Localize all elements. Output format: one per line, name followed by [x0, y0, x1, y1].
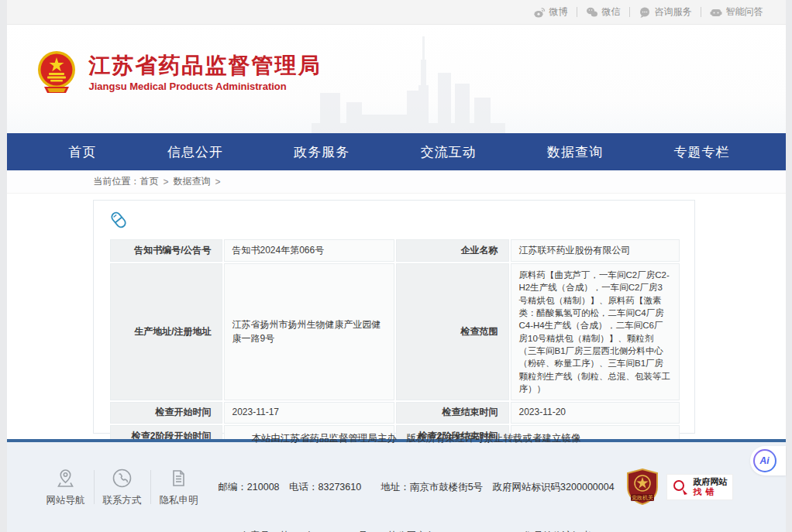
site-header: 江苏省药品监督管理局 Jiangsu Medical Products Admi…	[7, 25, 786, 133]
wechat-icon	[586, 6, 598, 19]
contact-link[interactable]: 联系方式	[95, 468, 150, 507]
nav-item-gov-services[interactable]: 政务服务	[294, 143, 350, 161]
footer-quick-links: 网站导航 联系方式 隐私申明	[38, 468, 207, 507]
site-title: 江苏省药品监督管理局	[89, 53, 322, 78]
footer-line-1: 本站由江苏省药品监督管理局主办 版权所有未经许可禁止转载或者建立镜像	[207, 431, 626, 447]
nav-item-interaction[interactable]: 交流互动	[421, 143, 477, 161]
nav-item-info-disclosure[interactable]: 信息公开	[167, 143, 223, 161]
site-footer: 网站导航 联系方式 隐私申明 本站由江苏省药品监督管理局主办 版权所有未经许可禁…	[7, 439, 786, 532]
ai-assistant-button[interactable]: Ai	[753, 449, 777, 472]
capsule-icon	[108, 210, 129, 230]
phone-icon	[112, 468, 133, 489]
national-emblem-logo	[36, 50, 77, 96]
table-row: 生产地址/注册地址 江苏省扬州市扬州生物健康产业园健康一路9号 检查范围 原料药…	[110, 263, 680, 400]
table-row: 告知书编号/公告号 告知书2024年第066号 企业名称 江苏联环药业股份有限公…	[110, 239, 680, 262]
map-pin-icon	[55, 468, 76, 489]
error-badge-line1: 政府网站	[694, 477, 728, 487]
ai-button-label: Ai	[755, 451, 775, 471]
page: 微博 微信 咨询服务 智能问答	[7, 0, 786, 532]
footer-line-2: 邮编：210008 电话：83273610 地址：南京市鼓楼街5号 政府网站标识…	[207, 479, 626, 496]
magnifier-icon	[672, 479, 689, 496]
notice-number-label: 告知书编号/公告号	[110, 239, 222, 262]
weibo-icon	[533, 6, 546, 19]
breadcrumb-separator: >	[164, 177, 169, 187]
skyline-illustration	[308, 33, 509, 133]
nav-item-special-topics[interactable]: 专题专栏	[673, 143, 729, 161]
smart-qa-link[interactable]: 智能问答	[701, 5, 772, 19]
site-map-label: 网站导航	[46, 494, 85, 507]
site-map-link[interactable]: 网站导航	[38, 468, 94, 507]
robot-icon	[710, 6, 722, 19]
party-gov-badge[interactable]: 党政机关	[626, 469, 659, 506]
company-name-label: 企业名称	[396, 239, 509, 262]
party-badge-text: 党政机关	[632, 494, 653, 501]
footer-line-3: 备案号：苏ICP备09039606号 苏公网安备：32010602010488 …	[207, 528, 626, 532]
weibo-link[interactable]: 微博	[525, 5, 577, 19]
contact-label: 联系方式	[103, 494, 142, 507]
consult-service-label: 咨询服务	[655, 5, 692, 19]
consult-service-link[interactable]: 咨询服务	[630, 5, 701, 19]
breadcrumb-home-link[interactable]: 首页	[140, 175, 159, 188]
privacy-label: 隐私申明	[160, 494, 198, 507]
main-nav: 首页 信息公开 政务服务 交流互动 数据查询 专题专栏	[7, 133, 786, 170]
document-icon	[168, 468, 189, 489]
wechat-label: 微信	[602, 5, 621, 19]
top-utility-bar: 微博 微信 咨询服务 智能问答	[7, 0, 786, 25]
inspection-start-label: 检查开始时间	[110, 402, 222, 423]
footer-badges: 党政机关 政府网站 找错	[626, 469, 733, 506]
site-subtitle: Jiangsu Medical Products Administration	[89, 81, 322, 92]
error-badge-line2: 找错	[694, 487, 728, 497]
nav-item-data-query[interactable]: 数据查询	[547, 143, 603, 161]
breadcrumb-separator: >	[215, 177, 221, 187]
site-error-report-badge[interactable]: 政府网站 找错	[666, 474, 733, 500]
breadcrumb-data-query-link[interactable]: 数据查询	[174, 175, 211, 188]
company-name-value: 江苏联环药业股份有限公司	[511, 239, 680, 262]
footer-legal-text: 本站由江苏省药品监督管理局主办 版权所有未经许可禁止转载或者建立镜像 邮编：21…	[207, 398, 626, 532]
smart-qa-label: 智能问答	[726, 5, 763, 19]
wechat-link[interactable]: 微信	[577, 5, 629, 19]
inspection-scope-value: 原料药【曲克芦丁，一车间C2厂房C2-H2生产线（合成），一车间C2厂房3号精烘…	[511, 263, 680, 400]
address-value: 江苏省扬州市扬州生物健康产业园健康一路9号	[224, 263, 394, 400]
notice-number-value: 告知书2024年第066号	[224, 239, 394, 262]
address-label: 生产地址/注册地址	[110, 263, 222, 400]
weibo-label: 微博	[549, 5, 568, 19]
breadcrumb: 当前位置： 首页 > 数据查询 >	[7, 170, 786, 194]
chat-bubble-icon	[639, 6, 651, 19]
inspection-scope-label: 检查范围	[396, 263, 509, 400]
nav-item-home[interactable]: 首页	[69, 143, 97, 161]
breadcrumb-prefix: 当前位置：	[94, 175, 140, 188]
privacy-link[interactable]: 隐私申明	[151, 468, 207, 507]
ai-assistant-tab: Ai	[750, 446, 786, 475]
brand-block[interactable]: 江苏省药品监督管理局 Jiangsu Medical Products Admi…	[36, 50, 322, 96]
